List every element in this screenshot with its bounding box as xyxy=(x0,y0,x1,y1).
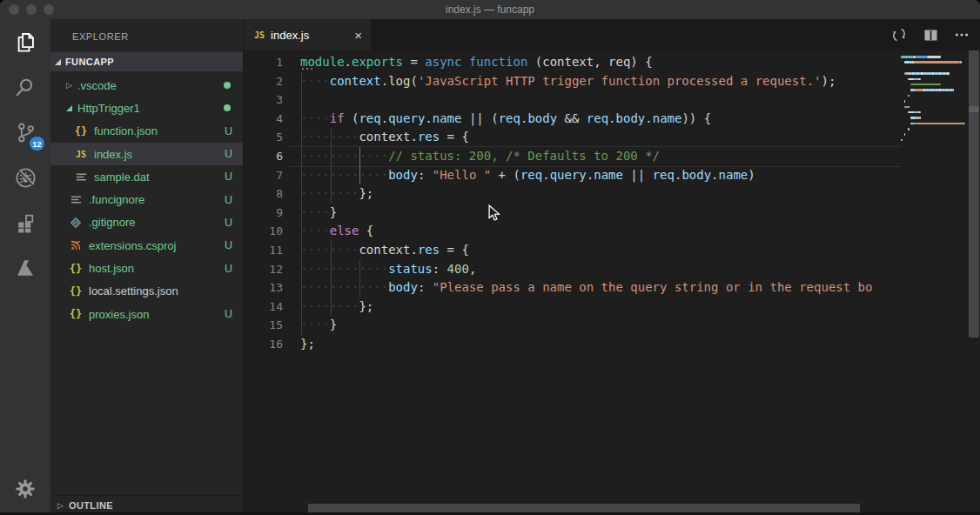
tree-item-label: sample.dat xyxy=(94,171,150,184)
line-number[interactable]: 8 xyxy=(244,184,289,204)
overview-ruler-marker xyxy=(969,106,979,112)
code-line[interactable]: ············// status: 200, /* Defaults … xyxy=(300,147,901,166)
tree-item-label: HttpTrigger1 xyxy=(77,102,140,115)
minimize-window-button[interactable] xyxy=(26,4,37,15)
tree-item-local-settings-json[interactable]: {}local.settings.json xyxy=(50,280,243,303)
file-type-icon xyxy=(68,194,84,205)
js-file-icon: JS xyxy=(254,30,265,40)
code-line[interactable]: ····if (req.query.name || (req.body && r… xyxy=(300,110,901,129)
horizontal-scrollbar[interactable] xyxy=(244,504,966,512)
file-type-icon: {} xyxy=(68,263,84,275)
editor-pane: JS index.js × xyxy=(244,19,980,515)
json-braces-icon: {} xyxy=(70,308,82,320)
explorer-sidebar: EXPLORER FUNCAPP ▷.vscodeHttpTrigger1{}f… xyxy=(50,19,244,515)
chevron-expanded-icon xyxy=(55,59,61,65)
code-line[interactable]: ············status: 400, xyxy=(300,260,901,279)
xml-file-icon xyxy=(70,239,82,251)
git-untracked-badge: U xyxy=(225,148,232,160)
tree-item-proxies-json[interactable]: {}proxies.jsonU xyxy=(50,303,243,325)
code-line[interactable]: ····} xyxy=(300,204,901,223)
code-line[interactable]: ············body: "Hello " + (req.query.… xyxy=(300,166,901,185)
git-untracked-badge: U xyxy=(225,263,232,275)
tree-item--vscode[interactable]: ▷.vscode xyxy=(50,74,243,97)
line-number[interactable]: 4 xyxy=(244,110,289,129)
code-line[interactable]: ········}; xyxy=(300,184,901,204)
line-number[interactable]: 11 xyxy=(244,241,289,260)
json-braces-icon: {} xyxy=(70,285,82,298)
line-number[interactable]: 3 xyxy=(244,90,289,110)
tree-item-label: function.json xyxy=(94,124,158,137)
chevron-collapsed-icon: ▷ xyxy=(57,502,64,510)
code-line[interactable] xyxy=(300,90,901,110)
code-editor[interactable]: 12345678910111213141516 module.exports =… xyxy=(244,50,980,515)
line-number[interactable]: 10 xyxy=(244,222,289,241)
tree-item-httptrigger1[interactable]: HttpTrigger1 xyxy=(50,97,243,119)
source-control-icon[interactable]: 12 xyxy=(0,110,50,155)
zoom-window-button[interactable] xyxy=(44,4,54,15)
code-line[interactable]: ········context.res = { xyxy=(300,241,901,260)
text-file-icon xyxy=(76,171,87,183)
titlebar: index.js — funcapp xyxy=(0,0,980,19)
line-number[interactable]: 12 xyxy=(244,260,289,279)
more-actions-icon[interactable] xyxy=(950,23,973,46)
minimap[interactable] xyxy=(901,50,966,515)
tree-item--gitignore[interactable]: .gitignoreU xyxy=(50,211,243,234)
line-number[interactable]: 5 xyxy=(244,128,289,147)
line-number[interactable]: 7 xyxy=(244,166,289,185)
extensions-icon[interactable] xyxy=(0,200,50,245)
code-line[interactable]: ········context.res = { xyxy=(300,128,901,147)
tree-item--funcignore[interactable]: .funcignoreU xyxy=(50,188,243,211)
line-number[interactable]: 6 xyxy=(244,147,289,166)
line-number[interactable]: 13 xyxy=(244,278,289,298)
code-line[interactable]: module.exports = async function (context… xyxy=(300,53,901,72)
code-line[interactable]: ····} xyxy=(300,316,901,335)
tab-index-js[interactable]: JS index.js × xyxy=(244,19,371,50)
line-number[interactable]: 9 xyxy=(244,204,289,223)
code-line[interactable]: ····context.log('JavaScript HTTP trigger… xyxy=(300,72,901,91)
code-line[interactable]: ····else { xyxy=(300,222,901,241)
git-file-icon xyxy=(70,217,82,229)
close-tab-icon[interactable]: × xyxy=(354,29,362,42)
tree-item-sample-dat[interactable]: sample.datU xyxy=(50,165,243,188)
code-line[interactable]: ········}; xyxy=(300,298,901,317)
outline-label: OUTLINE xyxy=(69,500,113,511)
git-untracked-badge: U xyxy=(225,125,232,137)
azure-icon[interactable] xyxy=(0,245,50,291)
git-modified-dot xyxy=(224,82,231,89)
settings-gear-icon[interactable] xyxy=(0,470,50,508)
source-control-badge: 12 xyxy=(30,137,44,150)
vertical-scrollbar-thumb[interactable] xyxy=(969,50,979,338)
line-number[interactable]: 14 xyxy=(244,298,289,317)
tab-label: index.js xyxy=(271,29,348,42)
line-number[interactable]: 16 xyxy=(244,335,289,354)
split-editor-icon[interactable] xyxy=(919,23,942,46)
debug-icon[interactable] xyxy=(0,155,50,200)
file-type-icon: {} xyxy=(68,285,84,298)
horizontal-scrollbar-thumb[interactable] xyxy=(308,504,860,512)
tree-item-label: .gitignore xyxy=(89,216,135,229)
file-tree: ▷.vscodeHttpTrigger1{}function.jsonUJSin… xyxy=(50,71,243,495)
file-type-icon xyxy=(73,171,89,183)
open-changes-icon[interactable] xyxy=(888,23,910,46)
code-line[interactable]: }; xyxy=(300,335,901,354)
tree-item-index-js[interactable]: JSindex.jsU xyxy=(50,143,243,165)
git-modified-dot xyxy=(224,104,231,111)
code-content[interactable]: module.exports = async function (context… xyxy=(300,53,901,354)
search-icon[interactable] xyxy=(0,64,50,110)
close-window-button[interactable] xyxy=(9,4,19,15)
line-number[interactable]: 1 xyxy=(244,53,289,72)
line-number[interactable]: 15 xyxy=(244,316,289,335)
tree-item-extensions-csproj[interactable]: extensions.csprojU xyxy=(50,234,243,257)
tree-item-label: index.js xyxy=(94,148,132,161)
vertical-scrollbar[interactable] xyxy=(968,50,980,515)
explorer-icon[interactable] xyxy=(0,19,50,64)
section-funcapp[interactable]: FUNCAPP xyxy=(50,52,243,71)
tree-item-label: .vscode xyxy=(77,79,117,92)
line-number-gutter[interactable]: 12345678910111213141516 xyxy=(244,53,289,354)
code-line[interactable]: ············body: "Please pass a name on… xyxy=(300,278,901,298)
tree-item-host-json[interactable]: {}host.jsonU xyxy=(50,257,243,279)
tab-bar: JS index.js × xyxy=(244,19,980,50)
line-number[interactable]: 2 xyxy=(244,72,289,91)
tree-item-function-json[interactable]: {}function.jsonU xyxy=(50,120,243,143)
file-type-icon xyxy=(68,217,84,229)
